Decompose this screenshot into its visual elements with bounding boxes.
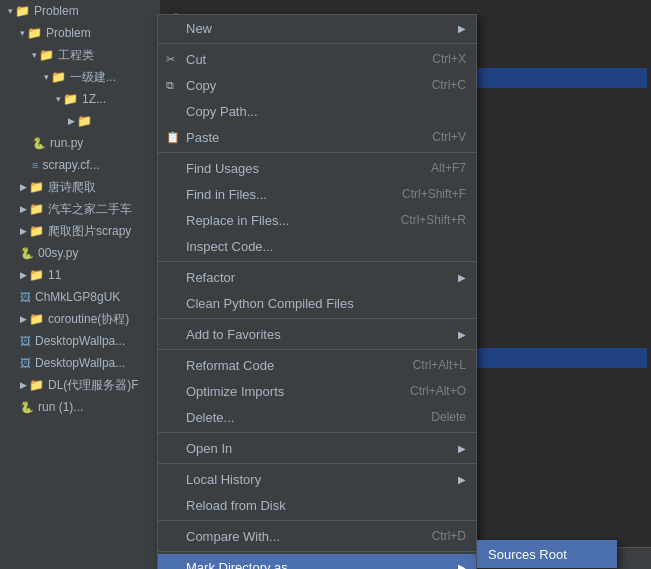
sidebar-item-chmk[interactable]: 🖼 ChMkLGP8gUK xyxy=(0,286,160,308)
arrow-icon: ▾ xyxy=(32,50,37,60)
menu-item-compare-with[interactable]: Compare With... Ctrl+D xyxy=(158,523,476,549)
sidebar-item-tangshi[interactable]: ▶ 📁 唐诗爬取 xyxy=(0,176,160,198)
sidebar-item-11[interactable]: ▶ 📁 11 xyxy=(0,264,160,286)
sidebar-item-run1[interactable]: 🐍 run (1)... xyxy=(0,396,160,418)
sidebar-item-label: DL(代理服务器)F xyxy=(48,377,139,394)
folder-icon: 📁 xyxy=(29,268,44,282)
folder-icon: 📁 xyxy=(39,48,54,62)
sidebar-item-dl[interactable]: ▶ 📁 DL(代理服务器)F xyxy=(0,374,160,396)
menu-item-local-history[interactable]: Local History ▶ xyxy=(158,466,476,492)
sidebar-item-label: ChMkLGP8gUK xyxy=(35,290,120,304)
arrow-icon: ▾ xyxy=(8,6,13,16)
menu-item-label: Clean Python Compiled Files xyxy=(186,296,354,311)
menu-item-label: Open In xyxy=(186,441,232,456)
project-tree: ▾ 📁 Problem ▾ 📁 Problem ▾ 📁 工程类 ▾ 📁 一级建.… xyxy=(0,0,160,569)
sidebar-item-problem[interactable]: ▾ 📁 Problem xyxy=(0,22,160,44)
menu-item-label: Find in Files... xyxy=(186,187,267,202)
submenu-item-sources-root[interactable]: Sources Root xyxy=(478,541,616,567)
menu-item-add-favorites[interactable]: Add to Favorites ▶ xyxy=(158,321,476,347)
sidebar-item-desktop2[interactable]: 🖼 DesktopWallpa... xyxy=(0,352,160,374)
sidebar-item-gongcheng[interactable]: ▾ 📁 工程类 xyxy=(0,44,160,66)
image-file-icon: 🖼 xyxy=(20,291,31,303)
sidebar-item-label: Problem xyxy=(46,26,91,40)
shortcut-label: Ctrl+D xyxy=(432,529,466,543)
sidebar-item-runpy[interactable]: 🐍 run.py xyxy=(0,132,160,154)
python-file-icon: 🐍 xyxy=(32,137,46,150)
folder-icon: 📁 xyxy=(29,224,44,238)
menu-separator xyxy=(158,152,476,153)
sidebar-item-desktop1[interactable]: 🖼 DesktopWallpa... xyxy=(0,330,160,352)
sidebar-item-sub[interactable]: ▶ 📁 xyxy=(0,110,160,132)
shortcut-label: Ctrl+Alt+L xyxy=(413,358,466,372)
menu-item-label: Find Usages xyxy=(186,161,259,176)
menu-item-reformat[interactable]: Reformat Code Ctrl+Alt+L xyxy=(158,352,476,378)
sidebar-item-label: DesktopWallpa... xyxy=(35,334,125,348)
sidebar-item-label: 一级建... xyxy=(70,69,116,86)
menu-item-replace-in-files[interactable]: Replace in Files... Ctrl+Shift+R xyxy=(158,207,476,233)
submenu-arrow-icon: ▶ xyxy=(458,562,466,570)
sidebar-item-label: coroutine(协程) xyxy=(48,311,129,328)
arrow-icon: ▶ xyxy=(20,270,27,280)
arrow-icon: ▶ xyxy=(68,116,75,126)
menu-item-optimize-imports[interactable]: Optimize Imports Ctrl+Alt+O xyxy=(158,378,476,404)
image-file-icon: 🖼 xyxy=(20,335,31,347)
cfg-file-icon: ≡ xyxy=(32,159,38,171)
menu-item-cut[interactable]: ✂ Cut Ctrl+X xyxy=(158,46,476,72)
shortcut-label: Ctrl+V xyxy=(432,130,466,144)
menu-item-open-in[interactable]: Open In ▶ xyxy=(158,435,476,461)
menu-item-inspect-code[interactable]: Inspect Code... xyxy=(158,233,476,259)
image-file-icon: 🖼 xyxy=(20,357,31,369)
arrow-icon: ▶ xyxy=(20,182,27,192)
submenu-arrow-icon: ▶ xyxy=(458,272,466,283)
menu-item-label: Copy Path... xyxy=(186,104,258,119)
menu-item-copy-path[interactable]: Copy Path... xyxy=(158,98,476,124)
submenu-arrow-icon: ▶ xyxy=(458,474,466,485)
menu-separator xyxy=(158,43,476,44)
menu-item-label: Replace in Files... xyxy=(186,213,289,228)
menu-item-mark-directory-as[interactable]: Mark Directory as ▶ xyxy=(158,554,476,569)
sidebar-item-coroutine[interactable]: ▶ 📁 coroutine(协程) xyxy=(0,308,160,330)
arrow-icon: ▾ xyxy=(56,94,61,104)
menu-item-label: Mark Directory as xyxy=(186,560,288,570)
submenu-mark-directory: Sources Root xyxy=(477,540,617,568)
arrow-icon: ▾ xyxy=(44,72,49,82)
submenu-arrow-icon: ▶ xyxy=(458,443,466,454)
menu-item-reload-from-disk[interactable]: Reload from Disk xyxy=(158,492,476,518)
menu-item-refactor[interactable]: Refactor ▶ xyxy=(158,264,476,290)
python-file-icon: 🐍 xyxy=(20,401,34,414)
menu-item-new[interactable]: New ▶ xyxy=(158,15,476,41)
folder-icon: 📁 xyxy=(27,26,42,40)
sidebar-item-car[interactable]: ▶ 📁 汽车之家二手车 xyxy=(0,198,160,220)
folder-icon: 📁 xyxy=(29,180,44,194)
sidebar-item-scrapycfg[interactable]: ≡ scrapy.cf... xyxy=(0,154,160,176)
arrow-icon: ▶ xyxy=(20,204,27,214)
arrow-icon: ▶ xyxy=(20,226,27,236)
sidebar-item-label: Problem xyxy=(34,4,79,18)
menu-item-label: Reload from Disk xyxy=(186,498,286,513)
menu-item-clean-python[interactable]: Clean Python Compiled Files xyxy=(158,290,476,316)
menu-item-label: Paste xyxy=(186,130,219,145)
sidebar-item-pic[interactable]: ▶ 📁 爬取图片scrapy xyxy=(0,220,160,242)
sidebar-item-problem-root[interactable]: ▾ 📁 Problem xyxy=(0,0,160,22)
sidebar-item-1z[interactable]: ▾ 📁 1Z... xyxy=(0,88,160,110)
cut-icon: ✂ xyxy=(166,53,175,66)
sidebar-item-00sy[interactable]: 🐍 00sy.py xyxy=(0,242,160,264)
shortcut-label: Ctrl+C xyxy=(432,78,466,92)
menu-item-delete[interactable]: Delete... Delete xyxy=(158,404,476,430)
menu-item-copy[interactable]: ⧉ Copy Ctrl+C xyxy=(158,72,476,98)
menu-separator xyxy=(158,349,476,350)
folder-icon: 📁 xyxy=(15,4,30,18)
sidebar-item-label: 11 xyxy=(48,268,61,282)
shortcut-label: Ctrl+Shift+F xyxy=(402,187,466,201)
menu-item-label: Inspect Code... xyxy=(186,239,273,254)
submenu-arrow-icon: ▶ xyxy=(458,329,466,340)
folder-icon: 📁 xyxy=(29,378,44,392)
menu-item-find-in-files[interactable]: Find in Files... Ctrl+Shift+F xyxy=(158,181,476,207)
menu-separator xyxy=(158,520,476,521)
sidebar-item-label: scrapy.cf... xyxy=(42,158,99,172)
menu-item-paste[interactable]: 📋 Paste Ctrl+V xyxy=(158,124,476,150)
sidebar-item-label: run (1)... xyxy=(38,400,83,414)
menu-item-label: Cut xyxy=(186,52,206,67)
sidebar-item-yijian[interactable]: ▾ 📁 一级建... xyxy=(0,66,160,88)
menu-item-find-usages[interactable]: Find Usages Alt+F7 xyxy=(158,155,476,181)
